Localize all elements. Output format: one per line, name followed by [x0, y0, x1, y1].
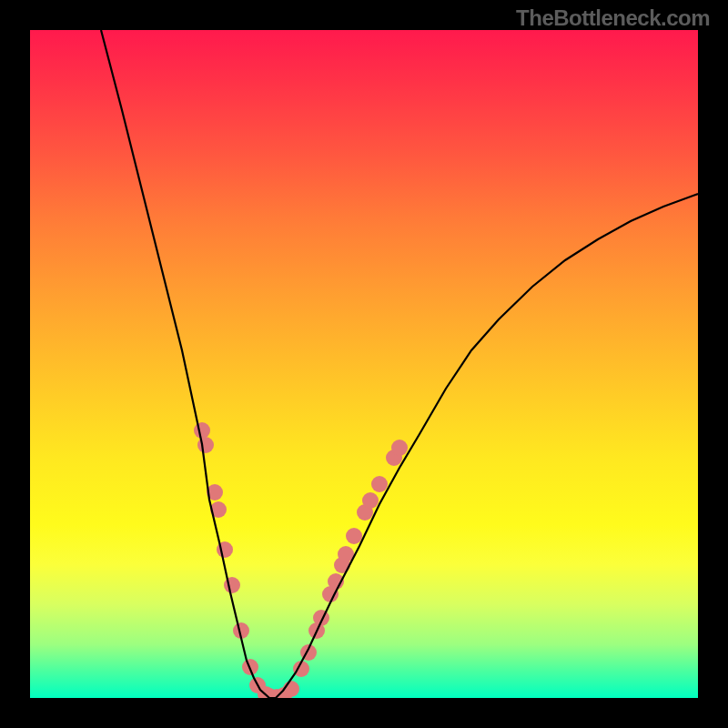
right-curve	[276, 194, 698, 698]
marker-dot	[391, 440, 408, 456]
chart-frame: TheBottleneck.com	[0, 0, 728, 728]
marker-dot	[346, 528, 362, 544]
marker-dot	[371, 476, 388, 492]
watermark-text: TheBottleneck.com	[516, 5, 710, 31]
left-curve	[101, 30, 276, 698]
plot-area	[30, 30, 698, 698]
marker-dot	[194, 422, 210, 439]
marker-dot	[362, 492, 379, 509]
curve-layer	[30, 30, 698, 698]
marker-dot	[197, 437, 214, 453]
marker-dot	[224, 577, 240, 593]
marker-dots	[194, 422, 408, 698]
